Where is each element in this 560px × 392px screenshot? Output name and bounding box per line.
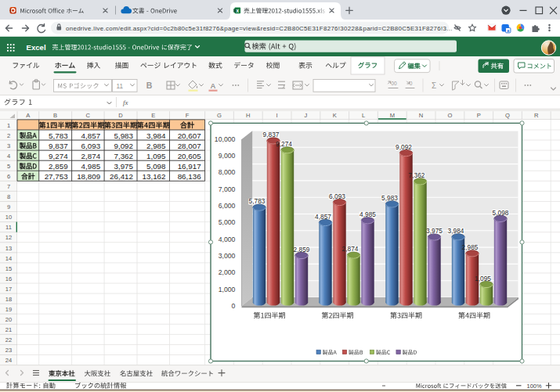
svg-text:Σ: Σ (432, 81, 436, 90)
svg-text:9,837: 9,837 (49, 142, 68, 150)
svg-text:3,975: 3,975 (114, 162, 133, 171)
svg-text:6,000: 6,000 (219, 202, 236, 210)
svg-text:5,783: 5,783 (49, 131, 68, 140)
svg-text:11: 11 (117, 83, 124, 90)
svg-text:2,874: 2,874 (81, 152, 101, 160)
svg-text:F: F (186, 112, 190, 119)
svg-text:7: 7 (7, 183, 10, 190)
svg-text:4,985: 4,985 (81, 162, 101, 171)
svg-text:2,859: 2,859 (49, 162, 68, 171)
svg-text:17: 17 (5, 286, 12, 293)
svg-text:5,000: 5,000 (219, 218, 236, 226)
svg-text:19: 19 (5, 306, 12, 313)
svg-text:9,274: 9,274 (276, 140, 292, 148)
svg-text:15: 15 (5, 265, 12, 272)
svg-text:4,857: 4,857 (315, 213, 331, 221)
svg-text:20,607: 20,607 (178, 131, 201, 140)
svg-text:8,000: 8,000 (219, 168, 236, 176)
svg-text:1,095: 1,095 (475, 275, 491, 282)
svg-text:5,783: 5,783 (249, 197, 266, 205)
svg-text:J: J (305, 112, 308, 119)
svg-text:10: 10 (5, 214, 12, 221)
svg-text:86,136: 86,136 (178, 172, 202, 181)
svg-text:13,162: 13,162 (143, 172, 166, 181)
svg-text:18,809: 18,809 (77, 172, 100, 181)
svg-text:2,859: 2,859 (294, 246, 310, 254)
svg-text:Excel: Excel (27, 43, 46, 52)
svg-text:3,000: 3,000 (219, 252, 236, 260)
svg-text:4,857: 4,857 (81, 131, 101, 140)
svg-text:Q: Q (505, 112, 510, 119)
svg-text:13: 13 (5, 245, 12, 252)
svg-text:1,095: 1,095 (146, 152, 166, 160)
svg-text:4,000: 4,000 (219, 236, 236, 243)
svg-text:6: 6 (7, 173, 10, 180)
svg-text:9,274: 9,274 (49, 152, 68, 160)
svg-text:9: 9 (7, 203, 10, 210)
svg-text:3,975: 3,975 (426, 227, 443, 235)
svg-text:4: 4 (7, 153, 10, 160)
svg-text:21: 21 (5, 326, 12, 333)
svg-text:3,984: 3,984 (448, 227, 464, 235)
svg-text:P: P (477, 112, 481, 119)
svg-text:2,000: 2,000 (219, 268, 236, 276)
svg-text:K: K (333, 112, 337, 119)
svg-text:8: 8 (7, 193, 10, 200)
svg-text:26,412: 26,412 (110, 172, 133, 181)
svg-text:7,000: 7,000 (219, 185, 236, 193)
svg-text:9,837: 9,837 (263, 131, 280, 138)
svg-text:9,092: 9,092 (396, 143, 412, 151)
svg-text:18: 18 (5, 296, 12, 303)
svg-text:3,984: 3,984 (146, 131, 166, 140)
svg-text:4,985: 4,985 (359, 210, 376, 218)
svg-text:0: 0 (232, 302, 236, 310)
svg-text:2,985: 2,985 (146, 142, 166, 150)
svg-text:C: C (86, 112, 91, 119)
svg-text:22: 22 (5, 336, 12, 343)
svg-text:A: A (211, 81, 216, 90)
svg-text:5,983: 5,983 (114, 131, 133, 140)
svg-text:M: M (390, 112, 395, 119)
svg-text:6,093: 6,093 (81, 142, 101, 150)
svg-text:fx: fx (123, 99, 128, 106)
svg-text:1: 1 (7, 122, 10, 129)
svg-text:100%: 100% (527, 383, 542, 390)
svg-text:16: 16 (5, 275, 12, 282)
svg-text:B: B (53, 112, 57, 119)
svg-text:5,098: 5,098 (146, 162, 166, 171)
svg-text:N: N (419, 112, 423, 119)
svg-text:D: D (118, 112, 123, 119)
svg-text:20,605: 20,605 (178, 152, 202, 160)
svg-text:24: 24 (5, 357, 12, 364)
svg-text:1,000: 1,000 (219, 286, 236, 293)
svg-text:28,007: 28,007 (178, 142, 201, 150)
svg-text:14: 14 (5, 255, 12, 262)
svg-text:10,000: 10,000 (215, 135, 236, 143)
svg-text:23: 23 (5, 347, 12, 354)
svg-text:5,098: 5,098 (493, 209, 509, 217)
svg-text:I: I (276, 112, 278, 119)
svg-text:2,874: 2,874 (342, 245, 359, 253)
svg-text:27,753: 27,753 (45, 172, 69, 181)
svg-text:9,092: 9,092 (114, 142, 133, 150)
svg-text:0: 0 (410, 81, 413, 86)
svg-text:00: 00 (391, 81, 397, 86)
svg-text:E: E (151, 112, 155, 119)
svg-text:7,362: 7,362 (409, 171, 425, 179)
svg-text:16,917: 16,917 (178, 162, 201, 171)
svg-text:onedrive.live.com/edit.aspx?ci: onedrive.live.com/edit.aspx?cid=0c2b80c5… (66, 25, 453, 32)
svg-text:G: G (217, 112, 222, 119)
svg-text:H: H (246, 112, 250, 119)
svg-text:B: B (146, 81, 153, 90)
svg-text:3: 3 (7, 142, 10, 149)
svg-text:2,985: 2,985 (462, 243, 479, 251)
svg-text:11: 11 (5, 224, 12, 231)
svg-text:O: O (447, 112, 452, 119)
svg-text:9,000: 9,000 (219, 152, 236, 160)
svg-text:6,093: 6,093 (329, 192, 345, 200)
svg-text:12: 12 (5, 234, 12, 241)
svg-text:2: 2 (7, 132, 10, 139)
svg-text:x: x (237, 8, 240, 13)
svg-text:L: L (362, 112, 365, 119)
svg-text:R: R (534, 112, 539, 119)
